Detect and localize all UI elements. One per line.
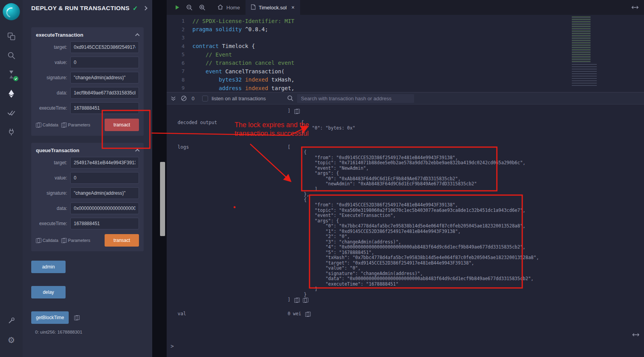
plugin-manager-icon[interactable] [4, 124, 19, 139]
terminal-row-value: [ [288, 145, 290, 150]
listen-checkbox[interactable] [202, 96, 208, 101]
solidity-file-icon [251, 4, 256, 11]
clear-console-icon[interactable] [181, 95, 187, 101]
editor-minimap[interactable] [572, 16, 602, 90]
copy-calldata-icon[interactable] [36, 123, 41, 128]
code-editor[interactable]: 1// SPDX-License-Identifier: MIT2pragma … [167, 15, 644, 92]
terminal-row-value: ] [288, 108, 290, 114]
calldata-label: Calldata [43, 238, 58, 243]
terminal-row: val0 wei [167, 311, 644, 317]
field-input-executeTime[interactable] [70, 102, 139, 114]
delay-button[interactable]: delay [31, 286, 66, 298]
unit-testing-icon[interactable] [4, 105, 19, 120]
copy-icon[interactable] [305, 312, 310, 317]
line-number: 5 [167, 52, 185, 57]
copy-parameters-icon[interactable] [61, 238, 66, 243]
search-icon[interactable] [4, 48, 19, 63]
home-icon [217, 4, 223, 11]
card-collapse-chevron-icon[interactable] [135, 149, 139, 153]
card-collapse-chevron-icon[interactable] [135, 33, 139, 37]
card-fields: target:value:signature:data:executeTime: [36, 41, 139, 114]
debugger-wrench-icon[interactable] [4, 313, 19, 328]
terminal-search-input[interactable] [297, 94, 414, 103]
field-input-signature[interactable] [70, 187, 139, 199]
listen-label: listen on all transactions [212, 96, 266, 101]
call-output: 0: uint256: 1678888301 [35, 330, 152, 334]
tab-timelock-sol[interactable]: Timelock.sol × [246, 0, 300, 15]
code-text: event CancelTransaction( [192, 68, 285, 75]
field-label: target: [36, 160, 67, 165]
terminal-row: ] [167, 108, 644, 114]
field-input-data[interactable] [70, 202, 139, 214]
deploy-and-run-icon[interactable] [4, 86, 19, 101]
transact-button[interactable]: transact [105, 234, 139, 247]
field-row: target: [36, 41, 139, 53]
editor-tabbar: Home Timelock.sol × [167, 0, 644, 15]
code-text: bytes32 indexed txHash, [192, 76, 294, 83]
icon-rail: ⚙ [0, 0, 23, 357]
scroll-tabs-icon[interactable] [632, 0, 644, 15]
field-label: value: [36, 175, 67, 181]
getblocktime-button[interactable]: getBlockTime [31, 311, 69, 324]
copy-icon[interactable] [294, 109, 299, 114]
panel-scrollbar[interactable] [160, 162, 165, 236]
field-label: data: [36, 90, 67, 96]
line-number: 9 [167, 85, 185, 91]
workspaces-icon[interactable] [4, 29, 19, 44]
code-text: contract Timelock { [192, 43, 255, 49]
field-label: target: [36, 44, 67, 50]
field-input-executeTime[interactable] [70, 218, 139, 229]
terminal-row: { "from": "0xd9145CCE52D386f254917e481eB… [167, 150, 644, 297]
terminal[interactable]: ]decoded output { "0": "bytes: 0x" }logs… [167, 105, 644, 357]
run-script-icon[interactable] [174, 5, 180, 10]
field-row: data: [36, 202, 139, 214]
parameters-label: Parameters [68, 238, 90, 243]
line-number: 2 [167, 27, 185, 32]
field-row: signature: [36, 187, 139, 199]
terminal-resize-icon[interactable] [632, 331, 639, 338]
tab-home[interactable]: Home [212, 0, 246, 15]
card-title: queueTransaction [36, 147, 79, 153]
panel-collapse-chevron-icon[interactable] [143, 6, 147, 10]
field-input-target[interactable] [70, 157, 139, 169]
copy-calldata-icon[interactable] [36, 238, 41, 243]
admin-button[interactable]: admin [31, 261, 66, 273]
zoom-in-icon[interactable] [199, 4, 206, 11]
field-input-signature[interactable] [70, 72, 139, 83]
terminal-row-value: { "0": "bytes: 0x" } [288, 120, 355, 136]
code-text: // SPDX-License-Identifier: MIT [192, 18, 294, 24]
copy-icon[interactable] [303, 298, 308, 303]
field-row: signature: [36, 72, 139, 83]
tab-label: Home [226, 5, 240, 11]
copy-icon[interactable] [294, 298, 299, 303]
tab-label: Timelock.sol [259, 5, 287, 11]
field-row: value: [36, 57, 139, 68]
field-input-target[interactable] [70, 41, 139, 53]
line-number: 3 [167, 35, 185, 41]
terminal-row: logs[ [167, 145, 644, 150]
terminal-row-value: 0 wei [288, 311, 301, 317]
terminal-prompt[interactable]: > [171, 343, 174, 349]
terminal-row-value: { "from": "0xd9145CCE52D386f254917e481eB… [288, 150, 539, 297]
calldata-label: Calldata [43, 123, 58, 127]
code-text: address indexed target, [192, 85, 294, 91]
field-row: executeTime: [36, 218, 139, 229]
close-tab-icon[interactable]: × [291, 4, 294, 11]
deploy-run-panel: DEPLOY & RUN TRANSACTIONS ✓ executeTrans… [23, 0, 152, 357]
copy-parameters-icon[interactable] [61, 123, 66, 128]
transact-button[interactable]: transact [105, 119, 139, 131]
field-input-data[interactable] [70, 87, 139, 99]
remix-logo[interactable] [3, 3, 20, 20]
terminal-row-label: logs [167, 145, 288, 150]
field-input-value[interactable] [70, 57, 139, 68]
field-input-value[interactable] [70, 172, 139, 184]
field-label: data: [36, 206, 67, 211]
solidity-compiler-icon[interactable] [4, 67, 19, 82]
card-fields: target:value:signature:data:executeTime: [36, 157, 139, 229]
field-label: signature: [36, 190, 67, 196]
field-row: target: [36, 157, 139, 169]
toggle-terminal-icon[interactable] [171, 96, 176, 101]
settings-gear-icon[interactable]: ⚙ [4, 332, 19, 347]
zoom-out-icon[interactable] [186, 4, 193, 11]
copy-icon[interactable] [74, 315, 79, 320]
